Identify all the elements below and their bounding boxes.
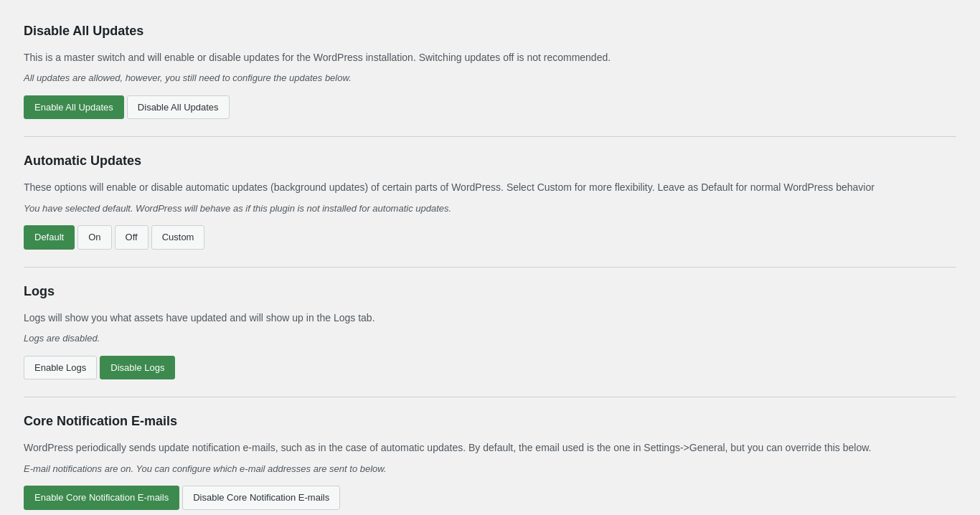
section-core-notification-emails: Core Notification E-mailsWordPress perio… — [24, 397, 956, 515]
section-description-disable-all-updates: This is a master switch and will enable … — [24, 49, 956, 65]
section-title-core-notification-emails: Core Notification E-mails — [24, 412, 956, 431]
button-group-automatic-updates: DefaultOnOffCustom — [24, 225, 956, 250]
section-title-disable-all-updates: Disable All Updates — [24, 22, 956, 41]
button-btn-default[interactable]: Default — [24, 225, 75, 250]
button-disable-all-updates[interactable]: Disable All Updates — [127, 95, 230, 120]
section-description-logs: Logs will show you what assets have upda… — [24, 310, 956, 326]
button-btn-off[interactable]: Off — [115, 225, 149, 250]
section-disable-all-updates: Disable All UpdatesThis is a master swit… — [24, 7, 956, 137]
page-container: Disable All UpdatesThis is a master swit… — [9, 0, 971, 515]
section-status-logs: Logs are disabled. — [24, 331, 956, 346]
button-btn-custom[interactable]: Custom — [151, 225, 205, 250]
button-enable-core-notification[interactable]: Enable Core Notification E-mails — [24, 486, 179, 510]
button-group-disable-all-updates: Enable All UpdatesDisable All Updates — [24, 95, 956, 120]
button-group-core-notification-emails: Enable Core Notification E-mailsDisable … — [24, 486, 956, 510]
section-title-logs: Logs — [24, 282, 956, 301]
section-logs: LogsLogs will show you what assets have … — [24, 268, 956, 397]
button-group-logs: Enable LogsDisable Logs — [24, 356, 956, 380]
button-enable-logs[interactable]: Enable Logs — [24, 356, 97, 380]
button-disable-logs[interactable]: Disable Logs — [100, 356, 175, 380]
button-disable-core-notification[interactable]: Disable Core Notification E-mails — [182, 486, 340, 510]
button-btn-on[interactable]: On — [77, 225, 111, 250]
section-title-automatic-updates: Automatic Updates — [24, 151, 956, 171]
section-description-automatic-updates: These options will enable or disable aut… — [24, 179, 956, 195]
section-description-core-notification-emails: WordPress periodically sends update noti… — [24, 440, 956, 455]
button-enable-all-updates[interactable]: Enable All Updates — [24, 95, 124, 120]
section-automatic-updates: Automatic UpdatesThese options will enab… — [24, 137, 956, 267]
section-status-core-notification-emails: E-mail notifications are on. You can con… — [24, 462, 956, 476]
section-status-automatic-updates: You have selected default. WordPress wil… — [24, 202, 956, 216]
section-status-disable-all-updates: All updates are allowed, however, you st… — [24, 71, 956, 85]
